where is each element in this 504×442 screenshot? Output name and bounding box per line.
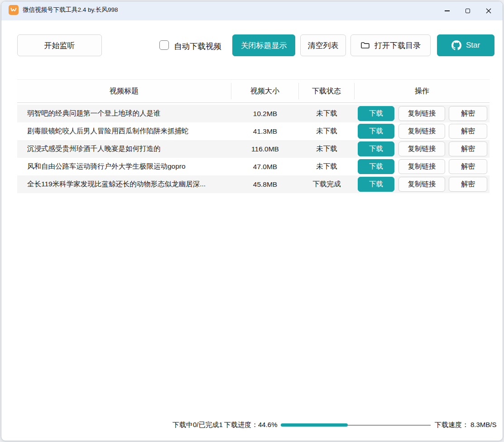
header-download-status: 下载状态 [299, 83, 355, 99]
toggle-title-display-label: 关闭标题显示 [241, 40, 287, 51]
video-title-cell: 沉浸式感受贵州珍酒千人晚宴是如何打造的 [17, 144, 231, 154]
status-bar: 下载中0/已完成1 下载进度： 44.6% 下载速度： 8.3MB/S [1, 418, 503, 434]
download-button[interactable]: 下载 [358, 106, 394, 121]
row-actions-cell: 下载 复制链接 解密 [355, 159, 490, 174]
maximize-button[interactable] [457, 3, 478, 19]
folder-icon [360, 41, 370, 49]
minimize-button[interactable] [437, 3, 457, 19]
header-video-size: 视频大小 [231, 83, 299, 99]
minimize-icon [445, 10, 450, 11]
close-icon [486, 8, 491, 14]
download-status-cell: 未下载 [299, 144, 355, 154]
title-bar: 微信视频号下载工具2.4 by.长风998 [1, 1, 503, 20]
decrypt-button[interactable]: 解密 [449, 106, 487, 121]
download-button[interactable]: 下载 [358, 177, 394, 192]
github-icon [451, 40, 461, 50]
download-status-cell: 未下载 [299, 109, 355, 118]
copy-link-button[interactable]: 复制链接 [398, 124, 445, 139]
progress-fill [281, 423, 348, 427]
video-title-cell: 全长119米科学家发现比蓝鲸还长的动物形态似龙幽居深... [17, 180, 231, 189]
download-status-cell: 未下载 [299, 126, 355, 136]
auto-download-checkbox[interactable] [159, 40, 169, 50]
toggle-title-display-button[interactable]: 关闭标题显示 [232, 34, 295, 56]
download-button[interactable]: 下载 [358, 159, 394, 174]
download-status-cell: 未下载 [299, 162, 355, 171]
speed-label: 下载速度： [435, 421, 469, 429]
table-row: 全长119米科学家发现比蓝鲸还长的动物形态似龙幽居深... 45.8MB 下载完… [17, 175, 490, 193]
video-title-cell: 剧毒眼镜蛇咬人后男人冒险用西瓜制作陷阱来抓捕蛇 [17, 126, 231, 136]
header-actions: 操作 [355, 83, 490, 99]
video-size-cell: 10.2MB [231, 110, 299, 118]
github-star-label: Star [466, 41, 480, 50]
download-progress-bar [281, 423, 431, 427]
download-status-cell: 下载完成 [299, 180, 355, 189]
table-row: 沉浸式感受贵州珍酒千人晚宴是如何打造的 116.0MB 未下载 下载 复制链接 … [17, 140, 490, 158]
progress-value: 44.6% [258, 421, 278, 428]
table-header-row: 视频标题 视频大小 下载状态 操作 [17, 79, 490, 103]
progress-label: 下载进度： [224, 421, 258, 429]
download-button[interactable]: 下载 [358, 124, 394, 139]
video-size-cell: 41.3MB [231, 127, 299, 136]
video-size-cell: 47.0MB [231, 163, 299, 171]
table-row: 弱智吧的经典问题第一个登上地球的人是谁 10.2MB 未下载 下载 复制链接 解… [17, 105, 490, 122]
start-listening-button[interactable]: 开始监听 [17, 34, 102, 56]
app-window: 微信视频号下载工具2.4 by.长风998 开始监听 自动下载视频 关闭标题显示… [1, 1, 503, 441]
video-title-cell: 弱智吧的经典问题第一个登上地球的人是谁 [17, 109, 231, 118]
copy-link-button[interactable]: 复制链接 [398, 177, 445, 192]
video-size-cell: 116.0MB [231, 145, 299, 153]
start-listening-label: 开始监听 [44, 40, 75, 51]
download-counts: 下载中0/已完成1 [173, 421, 223, 429]
video-table: 视频标题 视频大小 下载状态 操作 弱智吧的经典问题第一个登上地球的人是谁 10… [17, 79, 490, 193]
speed-value: 8.3MB/S [470, 421, 497, 428]
window-title: 微信视频号下载工具2.4 by.长风998 [23, 6, 118, 14]
open-download-dir-label: 打开下载目录 [374, 40, 421, 51]
decrypt-button[interactable]: 解密 [449, 159, 487, 174]
row-actions-cell: 下载 复制链接 解密 [355, 124, 490, 139]
auto-download-label: 自动下载视频 [174, 41, 221, 52]
table-row: 剧毒眼镜蛇咬人后男人冒险用西瓜制作陷阱来抓捕蛇 41.3MB 未下载 下载 复制… [17, 122, 490, 140]
copy-link-button[interactable]: 复制链接 [398, 106, 445, 121]
clear-list-button[interactable]: 清空列表 [300, 34, 346, 56]
close-button[interactable] [478, 3, 499, 19]
app-logo-icon [9, 5, 19, 15]
open-download-dir-button[interactable]: 打开下载目录 [350, 34, 431, 56]
table-row: 风和自由公路车运动骑行户外大学生极限运动gopro 47.0MB 未下载 下载 … [17, 158, 490, 175]
copy-link-button[interactable]: 复制链接 [398, 159, 445, 174]
table-body: 弱智吧的经典问题第一个登上地球的人是谁 10.2MB 未下载 下载 复制链接 解… [17, 105, 490, 193]
header-video-title: 视频标题 [17, 83, 231, 99]
video-size-cell: 45.8MB [231, 180, 299, 189]
copy-link-button[interactable]: 复制链接 [398, 141, 445, 156]
row-actions-cell: 下载 复制链接 解密 [355, 141, 490, 156]
github-star-button[interactable]: Star [437, 34, 494, 56]
video-title-cell: 风和自由公路车运动骑行户外大学生极限运动gopro [17, 162, 231, 171]
download-button[interactable]: 下载 [358, 141, 394, 156]
decrypt-button[interactable]: 解密 [449, 141, 487, 156]
decrypt-button[interactable]: 解密 [449, 177, 487, 192]
maximize-icon [466, 9, 470, 13]
clear-list-label: 清空列表 [308, 40, 339, 51]
row-actions-cell: 下载 复制链接 解密 [355, 106, 490, 121]
row-actions-cell: 下载 复制链接 解密 [355, 177, 490, 192]
decrypt-button[interactable]: 解密 [449, 124, 487, 139]
